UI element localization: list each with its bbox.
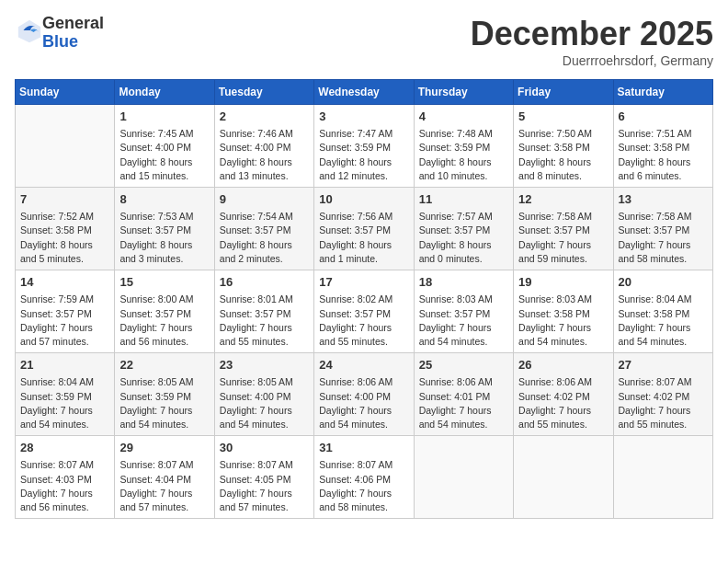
- day-number: 23: [220, 357, 309, 373]
- calendar-cell: 8Sunrise: 7:53 AMSunset: 3:57 PMDaylight…: [115, 188, 214, 270]
- calendar-cell: 23Sunrise: 8:05 AMSunset: 4:00 PMDayligh…: [214, 353, 313, 436]
- page-header: General Blue December 2025 Duerrroehrsdo…: [15, 15, 713, 68]
- cell-sun-info: Sunrise: 8:01 AMSunset: 3:57 PMDaylight:…: [220, 293, 309, 349]
- cell-sun-info: Sunrise: 8:05 AMSunset: 4:00 PMDaylight:…: [220, 375, 309, 431]
- calendar-cell: 27Sunrise: 8:07 AMSunset: 4:02 PMDayligh…: [613, 353, 712, 436]
- cell-sun-info: Sunrise: 7:58 AMSunset: 3:57 PMDaylight:…: [518, 210, 608, 266]
- calendar-cell: 5Sunrise: 7:50 AMSunset: 3:58 PMDaylight…: [514, 105, 613, 188]
- cell-sun-info: Sunrise: 7:52 AMSunset: 3:58 PMDaylight:…: [20, 210, 109, 266]
- calendar-cell: [613, 436, 712, 519]
- day-number: 9: [220, 191, 309, 208]
- cell-sun-info: Sunrise: 7:48 AMSunset: 3:59 PMDaylight:…: [419, 127, 508, 183]
- calendar-cell: 30Sunrise: 8:07 AMSunset: 4:05 PMDayligh…: [214, 436, 313, 519]
- calendar-cell: 20Sunrise: 8:04 AMSunset: 3:58 PMDayligh…: [613, 270, 712, 353]
- calendar-cell: 15Sunrise: 8:00 AMSunset: 3:57 PMDayligh…: [115, 270, 214, 353]
- day-number: 2: [220, 109, 309, 125]
- calendar-cell: 6Sunrise: 7:51 AMSunset: 3:58 PMDaylight…: [613, 105, 712, 188]
- calendar-cell: 2Sunrise: 7:46 AMSunset: 4:00 PMDaylight…: [214, 105, 313, 188]
- cell-sun-info: Sunrise: 8:02 AMSunset: 3:57 PMDaylight:…: [319, 293, 408, 349]
- calendar-cell: 31Sunrise: 8:07 AMSunset: 4:06 PMDayligh…: [314, 436, 414, 519]
- day-number: 5: [518, 109, 608, 125]
- col-tuesday: Tuesday: [214, 80, 313, 105]
- calendar-week-row: 1Sunrise: 7:45 AMSunset: 4:00 PMDaylight…: [16, 105, 713, 188]
- calendar-cell: 19Sunrise: 8:03 AMSunset: 3:58 PMDayligh…: [514, 270, 613, 353]
- day-number: 28: [20, 440, 109, 456]
- calendar-cell: 22Sunrise: 8:05 AMSunset: 3:59 PMDayligh…: [115, 353, 214, 436]
- cell-sun-info: Sunrise: 8:06 AMSunset: 4:00 PMDaylight:…: [319, 375, 408, 431]
- cell-sun-info: Sunrise: 7:45 AMSunset: 4:00 PMDaylight:…: [119, 127, 209, 183]
- calendar-cell: 9Sunrise: 7:54 AMSunset: 3:57 PMDaylight…: [214, 188, 313, 270]
- day-number: 27: [619, 357, 708, 373]
- cell-sun-info: Sunrise: 7:51 AMSunset: 3:58 PMDaylight:…: [619, 127, 708, 183]
- cell-sun-info: Sunrise: 8:07 AMSunset: 4:04 PMDaylight:…: [119, 458, 209, 514]
- cell-sun-info: Sunrise: 7:59 AMSunset: 3:57 PMDaylight:…: [20, 293, 109, 349]
- title-block: December 2025 Duerrroehrsdorf, Germany: [471, 15, 713, 68]
- calendar-header-row: Sunday Monday Tuesday Wednesday Thursday…: [16, 80, 713, 105]
- calendar-cell: 11Sunrise: 7:57 AMSunset: 3:57 PMDayligh…: [414, 188, 513, 270]
- day-number: 31: [319, 440, 408, 456]
- day-number: 11: [419, 191, 508, 208]
- calendar-cell: 3Sunrise: 7:47 AMSunset: 3:59 PMDaylight…: [314, 105, 414, 188]
- calendar-cell: 10Sunrise: 7:56 AMSunset: 3:57 PMDayligh…: [314, 188, 414, 270]
- calendar-week-row: 7Sunrise: 7:52 AMSunset: 3:58 PMDaylight…: [16, 188, 713, 270]
- day-number: 19: [518, 274, 608, 291]
- cell-sun-info: Sunrise: 8:07 AMSunset: 4:05 PMDaylight:…: [220, 458, 309, 514]
- month-title: December 2025: [471, 15, 713, 53]
- day-number: 21: [20, 357, 109, 373]
- day-number: 20: [619, 274, 708, 291]
- cell-sun-info: Sunrise: 8:04 AMSunset: 3:58 PMDaylight:…: [619, 293, 708, 349]
- col-wednesday: Wednesday: [314, 80, 414, 105]
- cell-sun-info: Sunrise: 8:07 AMSunset: 4:03 PMDaylight:…: [20, 458, 109, 514]
- calendar-cell: 24Sunrise: 8:06 AMSunset: 4:00 PMDayligh…: [314, 353, 414, 436]
- logo: General Blue: [15, 15, 104, 52]
- day-number: 14: [20, 274, 109, 291]
- calendar-week-row: 14Sunrise: 7:59 AMSunset: 3:57 PMDayligh…: [16, 270, 713, 353]
- calendar-cell: 4Sunrise: 7:48 AMSunset: 3:59 PMDaylight…: [414, 105, 513, 188]
- day-number: 13: [619, 191, 708, 208]
- cell-sun-info: Sunrise: 8:00 AMSunset: 3:57 PMDaylight:…: [119, 293, 209, 349]
- day-number: 10: [319, 191, 408, 208]
- day-number: 29: [119, 440, 209, 456]
- calendar-week-row: 21Sunrise: 8:04 AMSunset: 3:59 PMDayligh…: [16, 353, 713, 436]
- svg-marker-0: [18, 20, 40, 42]
- cell-sun-info: Sunrise: 8:03 AMSunset: 3:57 PMDaylight:…: [419, 293, 508, 349]
- calendar-cell: [414, 436, 513, 519]
- cell-sun-info: Sunrise: 8:06 AMSunset: 4:01 PMDaylight:…: [419, 375, 508, 431]
- day-number: 7: [20, 191, 109, 208]
- day-number: 8: [119, 191, 209, 208]
- logo-general-text: General: [42, 15, 104, 33]
- location-subtitle: Duerrroehrsdorf, Germany: [471, 53, 713, 68]
- cell-sun-info: Sunrise: 8:07 AMSunset: 4:02 PMDaylight:…: [619, 375, 708, 431]
- calendar-cell: 16Sunrise: 8:01 AMSunset: 3:57 PMDayligh…: [214, 270, 313, 353]
- day-number: 16: [220, 274, 309, 291]
- day-number: 17: [319, 274, 408, 291]
- cell-sun-info: Sunrise: 7:57 AMSunset: 3:57 PMDaylight:…: [419, 210, 508, 266]
- col-thursday: Thursday: [414, 80, 513, 105]
- day-number: 12: [518, 191, 608, 208]
- calendar-cell: 1Sunrise: 7:45 AMSunset: 4:00 PMDaylight…: [115, 105, 214, 188]
- day-number: 4: [419, 109, 508, 125]
- calendar-cell: 29Sunrise: 8:07 AMSunset: 4:04 PMDayligh…: [115, 436, 214, 519]
- day-number: 26: [518, 357, 608, 373]
- calendar-cell: 26Sunrise: 8:06 AMSunset: 4:02 PMDayligh…: [514, 353, 613, 436]
- col-monday: Monday: [115, 80, 214, 105]
- calendar-cell: 13Sunrise: 7:58 AMSunset: 3:57 PMDayligh…: [613, 188, 712, 270]
- calendar-cell: 21Sunrise: 8:04 AMSunset: 3:59 PMDayligh…: [16, 353, 115, 436]
- cell-sun-info: Sunrise: 7:53 AMSunset: 3:57 PMDaylight:…: [119, 210, 209, 266]
- cell-sun-info: Sunrise: 8:03 AMSunset: 3:58 PMDaylight:…: [518, 293, 608, 349]
- calendar-cell: 12Sunrise: 7:58 AMSunset: 3:57 PMDayligh…: [514, 188, 613, 270]
- calendar-cell: [16, 105, 115, 188]
- day-number: 22: [119, 357, 209, 373]
- logo-blue-text: Blue: [42, 33, 104, 52]
- cell-sun-info: Sunrise: 7:54 AMSunset: 3:57 PMDaylight:…: [220, 210, 309, 266]
- cell-sun-info: Sunrise: 7:50 AMSunset: 3:58 PMDaylight:…: [518, 127, 608, 183]
- day-number: 6: [619, 109, 708, 125]
- day-number: 3: [319, 109, 408, 125]
- cell-sun-info: Sunrise: 7:47 AMSunset: 3:59 PMDaylight:…: [319, 127, 408, 183]
- cell-sun-info: Sunrise: 7:58 AMSunset: 3:57 PMDaylight:…: [619, 210, 708, 266]
- day-number: 24: [319, 357, 408, 373]
- col-sunday: Sunday: [16, 80, 115, 105]
- calendar-cell: 14Sunrise: 7:59 AMSunset: 3:57 PMDayligh…: [16, 270, 115, 353]
- cell-sun-info: Sunrise: 8:04 AMSunset: 3:59 PMDaylight:…: [20, 375, 109, 431]
- cell-sun-info: Sunrise: 8:07 AMSunset: 4:06 PMDaylight:…: [319, 458, 408, 514]
